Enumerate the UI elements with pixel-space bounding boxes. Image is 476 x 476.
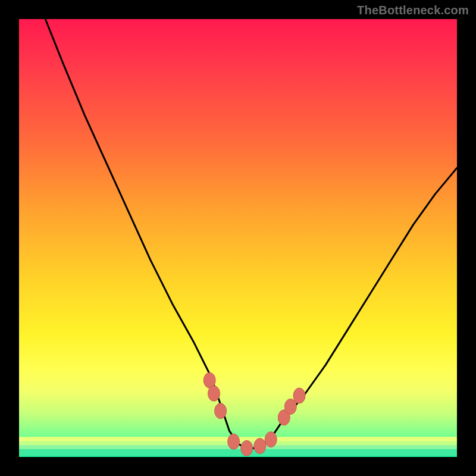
curve-line [45, 19, 457, 448]
watermark-text: TheBottleneck.com [357, 4, 469, 17]
marker-dot [284, 399, 296, 414]
marker-dot [228, 434, 240, 449]
marker-dot [265, 432, 277, 447]
plot-area [19, 19, 457, 457]
chart-svg [19, 19, 457, 457]
marker-dot [293, 388, 305, 403]
chart-frame: TheBottleneck.com [0, 0, 476, 476]
marker-dot [254, 439, 266, 454]
marker-dot [215, 403, 227, 419]
marker-dot [241, 440, 253, 456]
marker-dot [208, 386, 220, 401]
